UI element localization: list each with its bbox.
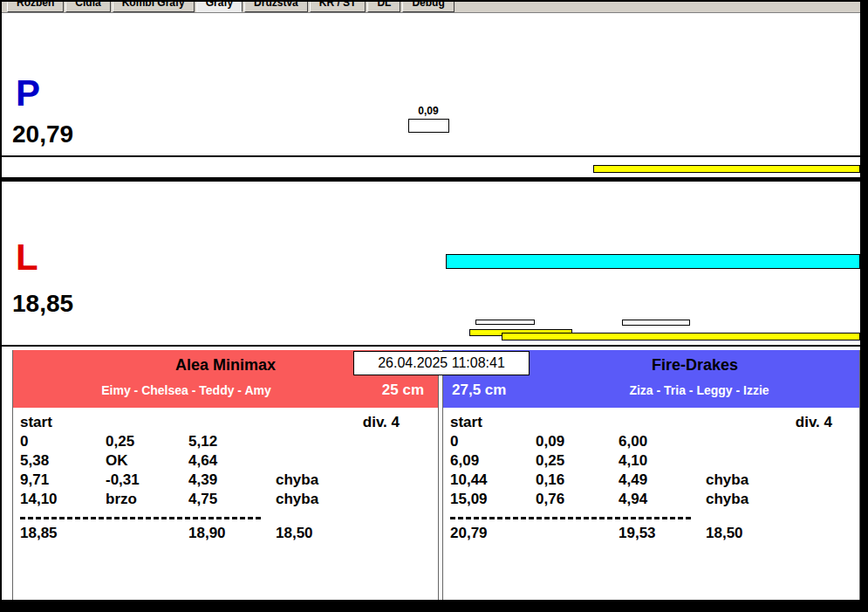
lane-p-baseline bbox=[2, 155, 860, 157]
result-row: 6,09 0,25 4,10 bbox=[450, 451, 859, 471]
total-time: 20,79 bbox=[450, 524, 536, 543]
total-value: 18,50 bbox=[276, 524, 438, 543]
result-cell: 5,38 bbox=[20, 451, 106, 471]
total-time: 18,85 bbox=[20, 524, 106, 543]
result-cell: brzo bbox=[106, 490, 188, 509]
totals-separator bbox=[20, 517, 261, 519]
result-cell: 0,16 bbox=[536, 471, 619, 490]
result-cell: 14,10 bbox=[20, 490, 106, 509]
main-window: Rozbeh Cidla Kombi Grafy Grafy Družstvá … bbox=[2, 2, 860, 600]
totals-separator bbox=[450, 517, 691, 519]
result-cell: 0,25 bbox=[536, 451, 619, 471]
lane-l-marker-bar-1 bbox=[475, 320, 535, 325]
result-cell: chyba bbox=[276, 471, 438, 490]
tab-druzstva[interactable]: Družstvá bbox=[244, 2, 308, 12]
lane-l-label: L bbox=[16, 239, 38, 276]
lane-p-label: P bbox=[16, 75, 40, 112]
result-cell: 0 bbox=[450, 432, 536, 451]
panels-top-border bbox=[2, 345, 860, 347]
lane-p-time: 20,79 bbox=[12, 122, 73, 147]
result-cell: -0,31 bbox=[106, 471, 188, 490]
result-cell: 15,09 bbox=[450, 490, 536, 509]
tab-grafy[interactable]: Grafy bbox=[196, 2, 243, 12]
lane-p-progress-bar bbox=[593, 165, 860, 173]
results-area: 26.04.2025 11:08:41 Alea Minimax Eimy - … bbox=[2, 348, 860, 600]
dog-names: Eimy - Chelsea - Teddy - Amy bbox=[13, 378, 438, 399]
result-cell: 4,39 bbox=[188, 471, 276, 490]
result-row: 14,10 brzo 4,75 chyba bbox=[20, 490, 438, 509]
result-row: 5,38 OK 4,64 bbox=[20, 451, 438, 471]
table-header-start: start bbox=[450, 413, 482, 432]
result-cell: 0,09 bbox=[536, 432, 619, 451]
team-panel-left: Alea Minimax Eimy - Chelsea - Teddy - Am… bbox=[12, 350, 439, 600]
result-cell bbox=[276, 432, 438, 451]
tab-debug[interactable]: Debug bbox=[402, 2, 454, 12]
result-cell: chyba bbox=[706, 490, 859, 509]
totals-row: 18,85 18,90 18,50 bbox=[20, 524, 438, 543]
tab-cidla[interactable]: Cidla bbox=[65, 2, 110, 12]
result-row: 0 0,09 6,00 bbox=[450, 432, 859, 451]
split-time-box bbox=[408, 119, 449, 133]
team-panel-right: Fire-Drakes Ziza - Tria - Leggy - Izzie … bbox=[442, 350, 860, 600]
total-value: 19,53 bbox=[619, 524, 706, 543]
result-cell: 4,64 bbox=[188, 451, 276, 471]
table-header-start: start bbox=[20, 413, 52, 432]
tab-strip: Rozbeh Cidla Kombi Grafy Grafy Družstvá … bbox=[7, 2, 455, 12]
result-cell: 4,49 bbox=[619, 471, 706, 490]
result-cell: 0,76 bbox=[536, 490, 619, 509]
menu-bar: Rozbeh Cidla Kombi Grafy Grafy Družstvá … bbox=[2, 2, 860, 13]
result-row: 10,44 0,16 4,49 chyba bbox=[450, 471, 859, 490]
application-window: Rozbeh Cidla Kombi Grafy Grafy Družstvá … bbox=[0, 0, 868, 612]
tab-kombi-grafy[interactable]: Kombi Grafy bbox=[113, 2, 195, 12]
result-cell: chyba bbox=[276, 490, 438, 509]
results-table: start div. 4 0 0,25 5,12 5,38 OK 4,64 bbox=[13, 408, 438, 543]
result-row: 0 0,25 5,12 bbox=[20, 432, 438, 451]
result-cell: 10,44 bbox=[450, 471, 536, 490]
result-cell: chyba bbox=[706, 471, 859, 490]
result-cell: 0,25 bbox=[106, 432, 188, 451]
result-cell: 0 bbox=[20, 432, 106, 451]
total-value: 18,90 bbox=[188, 524, 276, 543]
right-border-strip bbox=[860, 0, 868, 612]
lane-l-marker-bar-2 bbox=[622, 320, 690, 326]
result-cell: 4,75 bbox=[188, 490, 276, 509]
tab-kr-st[interactable]: KR / ST bbox=[310, 2, 366, 12]
result-cell bbox=[276, 451, 438, 471]
result-cell: 6,09 bbox=[450, 451, 536, 471]
result-cell: 5,12 bbox=[188, 432, 276, 451]
jump-height: 27,5 cm bbox=[452, 382, 506, 399]
lane-l-time: 18,85 bbox=[12, 292, 73, 316]
totals-row: 20,79 19,53 18,50 bbox=[450, 524, 859, 543]
lane-l-progress-bar bbox=[502, 333, 860, 340]
result-cell bbox=[706, 451, 859, 471]
bottom-border-strip bbox=[0, 600, 868, 612]
table-header-division: div. 4 bbox=[363, 413, 400, 432]
result-row: 9,71 -0,31 4,39 chyba bbox=[20, 471, 438, 490]
lane-l-run-bar bbox=[446, 254, 860, 269]
lane-divider bbox=[2, 177, 860, 182]
result-cell: 9,71 bbox=[20, 471, 106, 490]
timestamp-box: 26.04.2025 11:08:41 bbox=[353, 351, 530, 375]
table-header-division: div. 4 bbox=[796, 413, 832, 432]
jump-height: 25 cm bbox=[382, 382, 424, 399]
result-cell: 6,00 bbox=[619, 432, 706, 451]
tab-rozbeh[interactable]: Rozbeh bbox=[7, 2, 64, 12]
tab-dl[interactable]: DL bbox=[367, 2, 400, 12]
result-cell bbox=[706, 432, 859, 451]
split-time-label: 0,09 bbox=[394, 105, 462, 117]
result-cell: OK bbox=[106, 451, 188, 471]
results-table: start div. 4 0 0,09 6,00 6,09 0,25 4,10 bbox=[443, 408, 859, 543]
total-value: 18,50 bbox=[706, 524, 859, 543]
split-time-marker: 0,09 bbox=[394, 105, 462, 133]
result-cell: 4,10 bbox=[619, 451, 706, 471]
result-row: 15,09 0,76 4,94 chyba bbox=[450, 490, 859, 509]
result-cell: 4,94 bbox=[619, 490, 706, 509]
